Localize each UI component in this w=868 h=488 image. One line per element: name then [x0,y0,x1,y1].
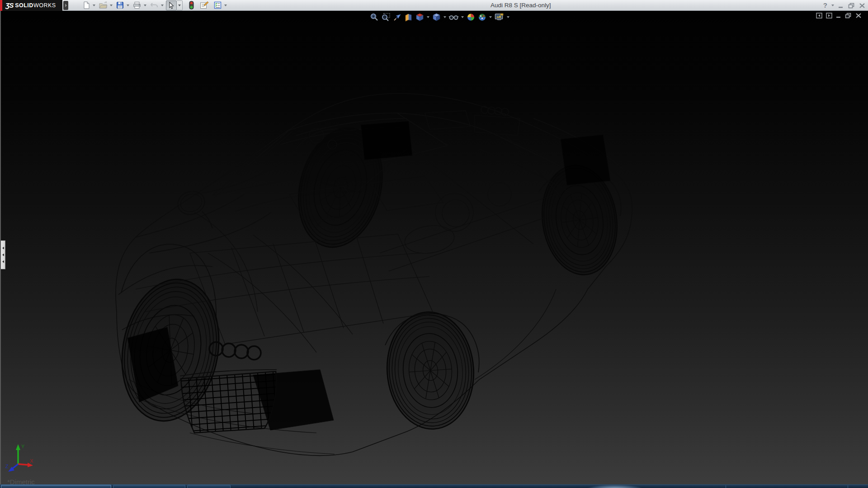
window-controls: ? [823,0,865,11]
document-window-controls [816,13,862,19]
brand-name: SOLIDWORKS [15,2,56,9]
rebuild-button[interactable] [188,0,195,10]
audi-rings-front [209,342,261,360]
options-button[interactable] [212,0,223,10]
taskbar-separator [848,485,848,488]
file-properties-button[interactable] [198,0,210,10]
options-icon [213,1,222,9]
brand-red-stripe [0,0,2,11]
zoom-to-fit-button[interactable] [369,13,380,22]
apply-scene-dropdown[interactable] [488,16,492,18]
section-view-icon [404,13,413,22]
edit-appearance-icon [466,13,476,22]
standard-toolbar [81,0,229,11]
minimize-button[interactable] [838,3,844,9]
view-settings-dropdown[interactable] [506,16,510,18]
hide-show-items-glasses-icon [448,13,459,22]
collapse-arrow-icon [2,247,4,249]
apply-scene-button[interactable] [476,13,488,22]
headsup-view-toolbar [369,12,511,22]
hide-show-items-dropdown[interactable] [460,16,464,18]
taskbar-separator [726,485,726,488]
document-minimize-button[interactable] [836,13,841,19]
graphics-viewport[interactable]: Y X Z *Dimetric [0,11,868,484]
orientation-triad: Y X Z [5,444,33,472]
taskbar-button[interactable] [187,485,231,488]
save-dropdown[interactable] [126,0,130,10]
new-document-button[interactable] [81,0,91,10]
options-dropdown[interactable] [223,0,227,10]
zoom-to-fit-icon [370,13,379,22]
restore-button[interactable] [848,3,855,9]
solidworks-logo: ƷS SOLIDWORKS [0,0,62,11]
undo-icon [150,1,159,9]
taskbar-button[interactable] [113,485,185,488]
file-properties-icon [199,1,209,9]
select-cursor-icon [167,1,175,9]
view-orientation-button[interactable] [414,13,425,22]
new-document-icon [82,1,90,9]
taskbar-button[interactable] [1,485,111,488]
edit-appearance-button[interactable] [465,13,476,22]
window-title: Audi R8 S [Read-only] [491,0,551,11]
open-button[interactable] [98,0,108,10]
view-orientation-name: *Dimetric [7,478,35,484]
pane-right-button[interactable] [826,13,832,19]
taskbar-active-glow [588,485,642,488]
undo-button[interactable] [149,0,160,10]
audi-rings-rear [481,106,509,116]
save-floppy-icon [116,1,124,9]
audi-r8-wireframe-model: Y X Z [0,11,868,484]
previous-view-icon [392,13,402,22]
display-style-icon [432,13,441,22]
windows-taskbar-edge[interactable] [0,484,868,488]
new-document-dropdown[interactable] [92,0,96,10]
pane-left-button[interactable] [816,13,822,19]
display-style-button[interactable] [431,13,442,22]
rebuild-traffic-light-icon [189,1,194,9]
help-dropdown[interactable] [831,5,834,6]
close-button[interactable] [859,3,865,9]
document-restore-button[interactable] [845,13,852,19]
view-orientation-icon [415,13,425,22]
feature-manager-splitter[interactable] [1,240,5,269]
previous-view-button[interactable] [392,13,403,22]
title-bar: ƷS SOLIDWORKS [0,0,868,11]
select-tool-dropdown[interactable] [177,0,183,10]
3ds-logo-mark: ƷS [5,1,13,9]
help-button[interactable]: ? [823,0,827,11]
view-settings-icon [494,13,505,22]
save-button[interactable] [115,0,125,10]
collapse-arrow-icon [2,253,4,256]
document-close-button[interactable] [855,13,862,19]
zoom-to-area-button[interactable] [380,13,392,22]
side-mirror [175,188,212,228]
apply-scene-icon [477,13,487,22]
select-tool-button[interactable] [166,0,177,10]
view-settings-button[interactable] [493,13,505,22]
print-button[interactable] [132,0,142,10]
undo-dropdown[interactable] [160,0,164,10]
zoom-to-area-icon [381,13,391,22]
section-view-button[interactable] [403,13,414,22]
display-style-dropdown[interactable] [443,16,447,18]
open-dropdown[interactable] [109,0,113,10]
hide-show-items-button[interactable] [448,13,460,22]
triad-x-label: X [30,458,33,464]
triad-y-label: Y [21,444,25,449]
print-dropdown[interactable] [143,0,147,10]
triad-z-label: Z [5,464,9,469]
open-folder-icon [99,1,108,9]
printer-icon [132,1,142,9]
collapse-arrow-icon [2,260,4,263]
menu-flyout-arrow[interactable] [63,1,68,10]
view-orientation-dropdown[interactable] [426,16,430,18]
